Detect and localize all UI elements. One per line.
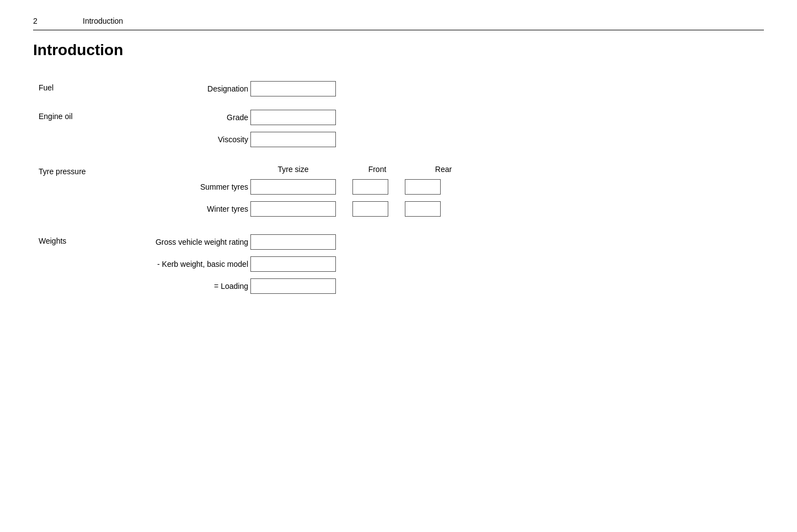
- summer-tyres-rear-input[interactable]: [405, 179, 441, 195]
- summer-tyres-size-input[interactable]: [250, 179, 336, 195]
- gross-vehicle-weight-input[interactable]: [250, 234, 336, 250]
- weights-section: Weights Gross vehicle weight rating - Ke…: [39, 234, 764, 300]
- engine-oil-section: Engine oil Grade Viscosity: [39, 110, 764, 154]
- tyre-size-col-header: Tyre size: [250, 165, 336, 174]
- kerb-weight-row: - Kerb weight, basic model: [138, 256, 336, 272]
- engine-oil-viscosity-label: Viscosity: [138, 135, 248, 144]
- header-bar: 2 Introduction: [33, 17, 764, 30]
- loading-input[interactable]: [250, 278, 336, 294]
- engine-oil-grade-input[interactable]: [250, 110, 336, 125]
- winter-tyres-rear-input[interactable]: [405, 201, 441, 217]
- weights-fields: Gross vehicle weight rating - Kerb weigh…: [138, 234, 336, 300]
- winter-tyres-row: Winter tyres: [138, 201, 468, 217]
- tyre-pressure-label: Tyre pressure: [39, 165, 138, 223]
- winter-tyres-size-input[interactable]: [250, 201, 336, 217]
- winter-tyres-front-input[interactable]: [352, 201, 388, 217]
- kerb-weight-label: - Kerb weight, basic model: [138, 260, 248, 268]
- page-title: Introduction: [33, 41, 764, 59]
- tyre-front-col-header: Front: [352, 165, 402, 174]
- summer-tyres-front-input[interactable]: [352, 179, 388, 195]
- header-page-number: 2: [33, 17, 50, 25]
- tyre-pressure-section: Tyre pressure Tyre size Front Rear Summe…: [39, 165, 764, 223]
- tyre-header-row: Tyre size Front Rear: [138, 165, 468, 174]
- winter-tyres-label: Winter tyres: [138, 205, 248, 213]
- loading-row: = Loading: [138, 278, 336, 294]
- fuel-designation-label: Designation: [138, 84, 248, 93]
- fuel-designation-input[interactable]: [250, 81, 336, 96]
- loading-label: = Loading: [138, 282, 248, 291]
- weights-label: Weights: [39, 234, 138, 300]
- gross-vehicle-weight-label: Gross vehicle weight rating: [138, 238, 248, 246]
- header-title: Introduction: [83, 17, 123, 25]
- fuel-section: Fuel Designation: [39, 81, 764, 103]
- tyre-content: Tyre size Front Rear Summer tyres Winter…: [138, 165, 468, 223]
- engine-oil-grade-label: Grade: [138, 113, 248, 122]
- fuel-label: Fuel: [39, 81, 138, 103]
- page: 2 Introduction Introduction Fuel Designa…: [0, 0, 797, 532]
- engine-oil-fields: Grade Viscosity: [138, 110, 336, 154]
- gross-vehicle-weight-row: Gross vehicle weight rating: [138, 234, 336, 250]
- engine-oil-grade-row: Grade: [138, 110, 336, 125]
- fuel-fields: Designation: [138, 81, 336, 103]
- engine-oil-viscosity-input[interactable]: [250, 132, 336, 147]
- content-area: Fuel Designation Engine oil Grade Viscos…: [33, 81, 764, 300]
- summer-tyres-row: Summer tyres: [138, 179, 468, 195]
- summer-tyres-label: Summer tyres: [138, 182, 248, 191]
- fuel-designation-row: Designation: [138, 81, 336, 96]
- tyre-rear-col-header: Rear: [419, 165, 468, 174]
- engine-oil-viscosity-row: Viscosity: [138, 132, 336, 147]
- kerb-weight-input[interactable]: [250, 256, 336, 272]
- engine-oil-label: Engine oil: [39, 110, 138, 154]
